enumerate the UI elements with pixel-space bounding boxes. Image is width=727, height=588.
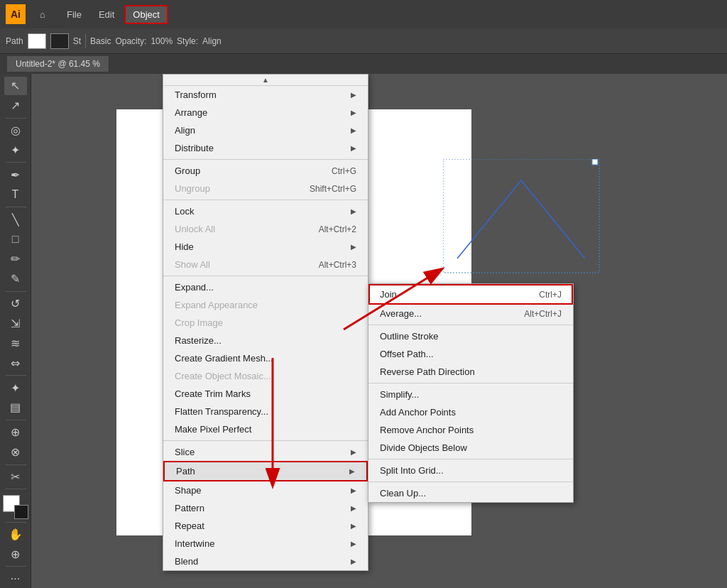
menu-transform[interactable]: Transform ▶ [163,86,368,104]
menu-scroll-up[interactable]: ▲ [163,75,368,86]
menu-bar: Ai ⌂ File Edit Object [0,0,727,28]
menu-edit[interactable]: Edit [92,6,121,23]
select-tool[interactable]: ↖ [4,77,27,95]
basic-label: Basic [90,36,111,46]
zoom-tool[interactable]: ⊕ [4,545,27,563]
menu-file[interactable]: File [60,6,89,23]
doc-tab-name: Untitled-2* [16,59,55,69]
menu-blend[interactable]: Blend ▶ [163,552,368,570]
stroke-swatch[interactable] [50,33,69,49]
path-arrow: ▶ [349,467,355,475]
pen-tool[interactable]: ✒ [4,165,27,184]
blend-arrow: ▶ [351,557,356,565]
tool-sep-10 [5,566,26,567]
paintbrush-tool[interactable]: ✏ [4,250,27,268]
menu-intertwine[interactable]: Intertwine ▶ [163,535,368,552]
align-label: Align [202,36,222,46]
submenu-split-grid[interactable]: Split Into Grid... [368,462,573,479]
submenu-offset-path[interactable]: Offset Path... [368,345,573,363]
lasso-tool[interactable]: ◎ [4,121,27,140]
tool-sep-5 [5,375,26,376]
menu-repeat[interactable]: Repeat ▶ [163,517,368,535]
hide-arrow: ▶ [351,243,356,251]
shape-arrow: ▶ [351,486,356,494]
doc-tab-zoom: @ [58,59,69,69]
menu-lock[interactable]: Lock ▶ [163,202,368,220]
arrow-down-svg [251,351,294,493]
submenu-reverse-path[interactable]: Reverse Path Direction [368,363,573,381]
menu-ungroup: Ungroup Shift+Ctrl+G [163,180,368,197]
arrow-right-svg [337,258,450,344]
submenu-remove-anchor[interactable]: Remove Anchor Points [368,421,573,439]
menu-hide[interactable]: Hide ▶ [163,238,368,256]
submenu-simplify[interactable]: Simplify... [368,386,573,403]
submenu-div-4 [368,481,573,482]
menu-distribute[interactable]: Distribute ▶ [163,139,368,157]
menu-object[interactable]: Object [124,5,168,24]
svg-rect-0 [443,159,599,273]
tool-sep-3 [5,207,26,207]
arrange-arrow: ▶ [351,109,356,116]
canvas-drawing [443,159,606,280]
align-arrow: ▶ [351,126,356,134]
direct-select-tool[interactable]: ↗ [4,97,27,115]
menu-align[interactable]: Align ▶ [163,121,368,139]
pattern-arrow: ▶ [351,504,356,512]
hand-tool[interactable]: ✋ [4,526,27,544]
path-label: Path [6,36,23,46]
eyedropper-tool[interactable]: ⊕ [4,423,27,442]
doc-tab[interactable]: Untitled-2* @ 61.45 % [7,56,109,72]
background-color[interactable] [14,505,28,519]
tool-sep-9 [5,522,26,523]
scissors-tool[interactable]: ✂ [4,467,27,486]
transform-arrow: ▶ [351,91,356,99]
chart-tool[interactable]: ▤ [4,398,27,417]
slice-arrow: ▶ [351,448,356,456]
ai-logo: Ai [6,4,26,24]
repeat-arrow: ▶ [351,522,356,530]
tool-sep-4 [5,291,26,292]
more-tools[interactable]: ··· [4,570,27,588]
svg-rect-1 [592,159,598,165]
left-toolbar: ↖ ↗ ◎ ✦ ✒ T ╲ □ ✏ ✎ ↺ ⇲ ≋ ⇔ ✦ ▤ ⊕ ⊗ ✂ ✋ … [0,74,31,588]
distribute-arrow: ▶ [351,144,356,152]
toolbar-bar: Path St Basic Opacity: 100% Style: Align [0,28,727,54]
submenu-clean-up[interactable]: Clean Up... [368,484,573,502]
rotate-tool[interactable]: ↺ [4,295,27,313]
submenu-div-2 [368,383,573,383]
stroke-text: St [73,36,81,46]
reshape-tool[interactable]: ⇔ [4,354,27,372]
pencil-tool[interactable]: ✎ [4,270,27,288]
divider-1 [163,159,368,160]
symbol-tool[interactable]: ✦ [4,379,27,397]
menu-group[interactable]: Group Ctrl+G [163,162,368,180]
divider-2 [163,200,368,200]
menu-unlock-all: Unlock All Alt+Ctrl+2 [163,220,368,238]
opacity-value: 100% [151,36,173,46]
warp-tool[interactable]: ≋ [4,334,27,352]
scale-tool[interactable]: ⇲ [4,314,27,332]
opacity-label: Opacity: [115,36,146,46]
canvas-area: ▲ Transform ▶ Arrange ▶ Align ▶ Distribu… [31,74,727,588]
fill-swatch[interactable] [28,33,46,49]
paint-bucket-tool[interactable]: ⊗ [4,443,27,462]
home-icon[interactable]: ⌂ [34,6,51,23]
type-tool[interactable]: T [4,185,27,204]
main-area: ↖ ↗ ◎ ✦ ✒ T ╲ □ ✏ ✎ ↺ ⇲ ≋ ⇔ ✦ ▤ ⊕ ⊗ ✂ ✋ … [0,74,727,588]
doc-tab-zoom-val: 61.45 % [69,59,100,69]
magic-wand-tool[interactable]: ✦ [4,141,27,160]
toolbar-sep-1 [85,34,86,48]
submenu-add-anchor[interactable]: Add Anchor Points [368,403,573,421]
menu-pattern[interactable]: Pattern ▶ [163,499,368,517]
rect-tool[interactable]: □ [4,230,27,249]
style-label: Style: [177,36,198,46]
join-shortcut: Ctrl+J [539,290,562,300]
doc-tabs: Untitled-2* @ 61.45 % [0,54,727,74]
menu-arrange[interactable]: Arrange ▶ [163,104,368,121]
submenu-div-3 [368,459,573,459]
submenu-divide-objects[interactable]: Divide Objects Below [368,439,573,457]
tool-sep-6 [5,420,26,420]
svg-line-5 [344,273,436,330]
color-boxes [3,495,28,518]
line-tool[interactable]: ╲ [4,210,27,229]
